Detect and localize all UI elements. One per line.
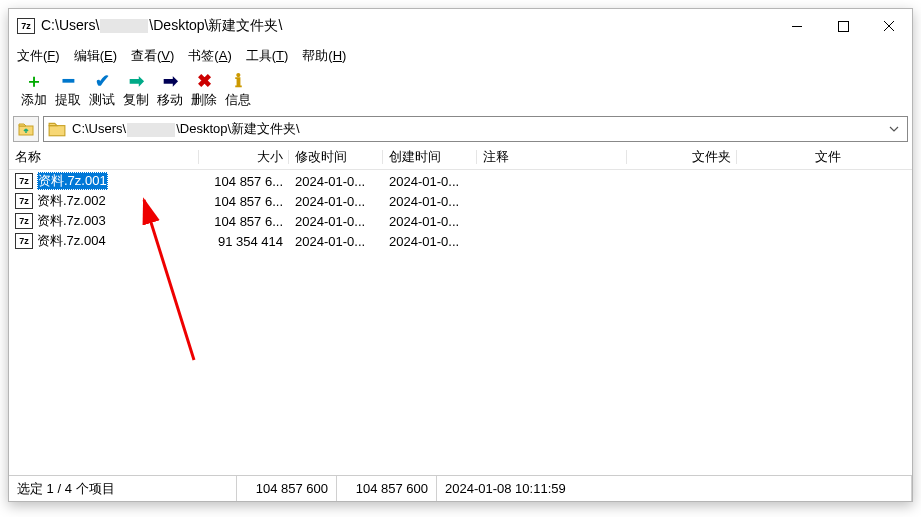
toolbar-add-label: 添加 xyxy=(17,91,51,109)
minimize-button[interactable] xyxy=(774,9,820,43)
chevron-down-icon xyxy=(889,124,899,134)
address-bar: C:\Users\\Desktop\新建文件夹\ xyxy=(9,113,912,145)
file-mtime: 2024-01-0... xyxy=(289,194,383,209)
column-header-ctime[interactable]: 创建时间 xyxy=(383,148,477,166)
toolbar-delete-button[interactable]: ✖删除 xyxy=(187,71,221,109)
column-header-size[interactable]: 大小 xyxy=(199,148,289,166)
path-text: C:\Users\\Desktop\新建文件夹\ xyxy=(72,120,300,138)
close-icon xyxy=(883,20,895,32)
file-rows[interactable]: 7z资料.7z.001104 857 6...2024-01-0...2024-… xyxy=(9,170,912,475)
path-prefix: C:\Users\ xyxy=(72,121,126,136)
close-button[interactable] xyxy=(866,9,912,43)
path-suffix: \Desktop\新建文件夹\ xyxy=(176,121,300,136)
plus-icon: ＋ xyxy=(17,71,51,91)
toolbar: ＋添加 ━提取 ✔测试 ➡复制 ➡移动 ✖删除 ℹ信息 xyxy=(9,71,912,113)
toolbar-move-button[interactable]: ➡移动 xyxy=(153,71,187,109)
archive-icon: 7z xyxy=(15,233,33,249)
toolbar-extract-button[interactable]: ━提取 xyxy=(51,71,85,109)
file-ctime: 2024-01-0... xyxy=(383,214,477,229)
toolbar-move-label: 移动 xyxy=(153,91,187,109)
title-path-suffix: \Desktop\新建文件夹\ xyxy=(149,17,282,33)
path-dropdown-button[interactable] xyxy=(884,117,903,141)
file-name: 资料.7z.002 xyxy=(37,192,106,210)
menu-tools[interactable]: 工具(T) xyxy=(246,47,289,65)
archive-icon: 7z xyxy=(15,173,33,189)
title-path-prefix: C:\Users\ xyxy=(41,17,99,33)
redacted-username xyxy=(100,19,148,33)
file-mtime: 2024-01-0... xyxy=(289,214,383,229)
app-icon: 7z xyxy=(17,17,35,35)
file-list: 名称 大小 修改时间 创建时间 注释 文件夹 文件 7z资料.7z.001104… xyxy=(9,145,912,475)
file-size: 104 857 6... xyxy=(199,214,289,229)
file-row[interactable]: 7z资料.7z.001104 857 6...2024-01-0...2024-… xyxy=(9,171,912,191)
file-ctime: 2024-01-0... xyxy=(383,174,477,189)
minimize-icon xyxy=(792,26,802,27)
menu-edit[interactable]: 编辑(E) xyxy=(74,47,117,65)
file-size: 91 354 414 xyxy=(199,234,289,249)
app-window: 7z C:\Users\\Desktop\新建文件夹\ 文件(F) 编辑(E) … xyxy=(8,8,913,502)
file-row[interactable]: 7z资料.7z.003104 857 6...2024-01-0...2024-… xyxy=(9,211,912,231)
svg-rect-3 xyxy=(49,126,65,136)
file-mtime: 2024-01-0... xyxy=(289,234,383,249)
file-name: 资料.7z.001 xyxy=(37,172,108,190)
menu-view[interactable]: 查看(V) xyxy=(131,47,174,65)
up-folder-button[interactable] xyxy=(13,116,39,142)
column-header-folder[interactable]: 文件夹 xyxy=(627,148,737,166)
toolbar-info-label: 信息 xyxy=(221,91,255,109)
column-header-comment[interactable]: 注释 xyxy=(477,148,627,166)
menu-help[interactable]: 帮助(H) xyxy=(302,47,346,65)
file-size: 104 857 6... xyxy=(199,174,289,189)
toolbar-info-button[interactable]: ℹ信息 xyxy=(221,71,255,109)
cross-icon: ✖ xyxy=(187,71,221,91)
file-ctime: 2024-01-0... xyxy=(383,234,477,249)
toolbar-delete-label: 删除 xyxy=(187,91,221,109)
toolbar-extract-label: 提取 xyxy=(51,91,85,109)
column-header-file[interactable]: 文件 xyxy=(737,148,847,166)
maximize-icon xyxy=(838,21,849,32)
toolbar-copy-label: 复制 xyxy=(119,91,153,109)
status-selection: 选定 1 / 4 个项目 xyxy=(9,476,237,501)
toolbar-test-label: 测试 xyxy=(85,91,119,109)
column-headers: 名称 大小 修改时间 创建时间 注释 文件夹 文件 xyxy=(9,145,912,170)
file-size: 104 857 6... xyxy=(199,194,289,209)
file-row[interactable]: 7z资料.7z.00491 354 4142024-01-0...2024-01… xyxy=(9,231,912,251)
toolbar-test-button[interactable]: ✔测试 xyxy=(85,71,119,109)
archive-icon: 7z xyxy=(15,213,33,229)
column-header-mtime[interactable]: 修改时间 xyxy=(289,148,383,166)
maximize-button[interactable] xyxy=(820,9,866,43)
window-title: C:\Users\\Desktop\新建文件夹\ xyxy=(41,17,282,35)
folder-up-icon xyxy=(18,121,34,137)
path-input[interactable]: C:\Users\\Desktop\新建文件夹\ xyxy=(43,116,908,142)
file-name: 资料.7z.003 xyxy=(37,212,106,230)
archive-icon: 7z xyxy=(15,193,33,209)
menu-bookmarks[interactable]: 书签(A) xyxy=(188,47,231,65)
status-date: 2024-01-08 10:11:59 xyxy=(437,476,912,501)
file-row[interactable]: 7z资料.7z.002104 857 6...2024-01-0...2024-… xyxy=(9,191,912,211)
toolbar-add-button[interactable]: ＋添加 xyxy=(17,71,51,109)
arrow-copy-icon: ➡ xyxy=(119,71,153,91)
minus-icon: ━ xyxy=(51,71,85,91)
folder-icon xyxy=(48,120,66,138)
arrow-move-icon: ➡ xyxy=(153,71,187,91)
redacted-username-2 xyxy=(127,123,175,137)
menu-file[interactable]: 文件(F) xyxy=(17,47,60,65)
menubar: 文件(F) 编辑(E) 查看(V) 书签(A) 工具(T) 帮助(H) xyxy=(9,43,912,71)
titlebar[interactable]: 7z C:\Users\\Desktop\新建文件夹\ xyxy=(9,9,912,43)
file-mtime: 2024-01-0... xyxy=(289,174,383,189)
file-name: 资料.7z.004 xyxy=(37,232,106,250)
toolbar-copy-button[interactable]: ➡复制 xyxy=(119,71,153,109)
statusbar: 选定 1 / 4 个项目 104 857 600 104 857 600 202… xyxy=(9,475,912,501)
status-size-1: 104 857 600 xyxy=(237,476,337,501)
file-ctime: 2024-01-0... xyxy=(383,194,477,209)
column-header-name[interactable]: 名称 xyxy=(9,148,199,166)
status-size-2: 104 857 600 xyxy=(337,476,437,501)
info-icon: ℹ xyxy=(221,71,255,91)
check-icon: ✔ xyxy=(85,71,119,91)
